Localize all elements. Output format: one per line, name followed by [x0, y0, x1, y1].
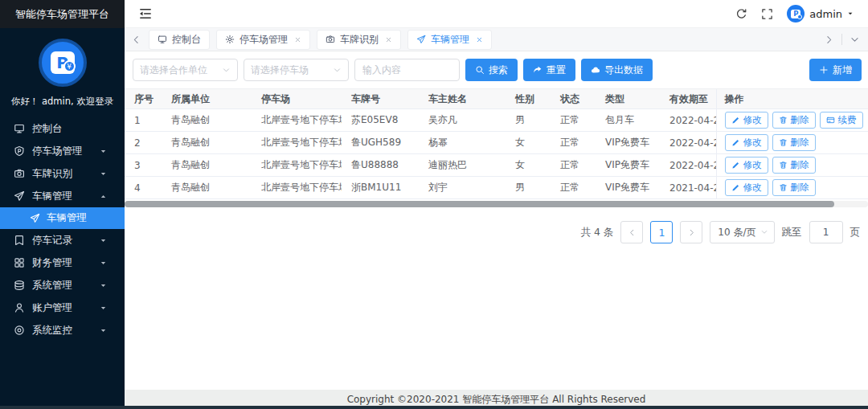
user-menu[interactable]: P admin: [787, 5, 854, 22]
cell-status: 正常: [551, 154, 596, 177]
sidebar-item-camera[interactable]: 车牌识别: [0, 162, 125, 185]
tab-gear[interactable]: 停车场管理: [216, 30, 310, 50]
close-icon[interactable]: [385, 36, 392, 43]
cell-actions: 修改删除: [716, 177, 868, 199]
delete-button[interactable]: 删除: [772, 112, 816, 129]
close-icon[interactable]: [294, 36, 301, 43]
search-input[interactable]: [354, 59, 460, 81]
prev-page-button[interactable]: [620, 221, 643, 243]
edit-button-label: 修改: [743, 137, 762, 149]
edit-pencil-icon: [731, 138, 740, 147]
caret-down-icon: [100, 148, 107, 155]
logo-yen-badge-icon: ¥: [63, 60, 76, 72]
refresh-icon[interactable]: [735, 8, 747, 20]
vehicles-table: 序号所属单位停车场车牌号车主姓名性别状态类型有效期至操作 1青岛融创北岸壹号地下…: [125, 88, 868, 199]
sidebar-item-label: 系统监控: [32, 324, 72, 337]
console-icon: [14, 123, 25, 134]
edit-button[interactable]: 修改: [725, 157, 768, 174]
scrollbar-thumb[interactable]: [125, 201, 834, 207]
tab-bar: 控制台停车场管理车牌识别车辆管理: [125, 28, 868, 51]
sidebar-item-monitor[interactable]: 系统监控: [0, 319, 125, 342]
cell-gender: 男: [506, 109, 551, 132]
cell-no: 1: [125, 109, 162, 132]
paper-plane-icon: [30, 213, 40, 223]
tab-console[interactable]: 控制台: [149, 30, 210, 50]
delete-button-label: 删除: [791, 182, 809, 194]
sidebar-item-record[interactable]: 停车记录: [0, 229, 125, 252]
add-button[interactable]: 新增: [809, 59, 862, 81]
sidebar-subitem-vehicle-management[interactable]: 车辆管理: [0, 207, 125, 229]
edit-button-label: 修改: [743, 114, 762, 126]
search-button-label: 搜索: [489, 63, 508, 77]
paper-plane-icon: [416, 35, 426, 44]
sidebar-item-console[interactable]: 控制台: [0, 117, 125, 140]
edit-button[interactable]: 修改: [725, 179, 768, 196]
parking-lot-select[interactable]: 请选择停车场: [244, 59, 349, 81]
cell-lot: 北岸壹号地下停车场: [252, 132, 342, 154]
edit-button[interactable]: 修改: [725, 134, 768, 151]
system-icon: [14, 280, 25, 291]
fullscreen-icon[interactable]: [761, 8, 773, 20]
edit-button-label: 修改: [743, 182, 762, 194]
tabs-scroll-left-icon[interactable]: [131, 35, 141, 45]
logo: P ¥: [0, 28, 125, 94]
cell-type: VIP免费车: [596, 177, 660, 199]
delete-button-label: 删除: [791, 159, 809, 171]
top-header: P admin: [125, 0, 868, 28]
delete-button[interactable]: 删除: [772, 179, 816, 196]
edit-button[interactable]: 修改: [725, 112, 768, 129]
cell-lot: 北岸壹号地下停车场: [252, 154, 342, 177]
sidebar-item-parking[interactable]: 停车场管理: [0, 140, 125, 162]
search-button[interactable]: 搜索: [465, 59, 518, 81]
tab-camera[interactable]: 车牌识别: [317, 30, 401, 50]
partner-unit-placeholder: 请选择合作单位: [140, 63, 207, 77]
delete-button[interactable]: 删除: [772, 134, 816, 151]
sidebar-item-user[interactable]: 账户管理: [0, 297, 125, 319]
caret-down-icon: [100, 282, 107, 289]
table-header-row: 序号所属单位停车场车牌号车主姓名性别状态类型有效期至操作: [125, 89, 868, 109]
caret-up-icon: [100, 193, 107, 200]
reset-button[interactable]: 重置: [523, 59, 575, 81]
delete-button[interactable]: 删除: [772, 157, 816, 174]
column-header: 类型: [596, 89, 660, 109]
tabs-scroll-right-icon[interactable]: [824, 35, 834, 45]
plus-icon: [819, 65, 829, 75]
sidebar-item-label: 账户管理: [32, 301, 72, 315]
copyright-text: Copyright ©2020-2021 智能停车场管理平台 All Right…: [347, 393, 646, 407]
column-header: 性别: [506, 89, 551, 109]
renew-button-label: 续费: [838, 114, 857, 126]
cell-gender: 女: [506, 154, 551, 177]
sidebar-item-paper-plane[interactable]: 车辆管理: [0, 185, 125, 207]
edit-pencil-icon: [731, 161, 740, 170]
user-icon: [14, 302, 25, 313]
export-data-button[interactable]: 导出数据: [581, 59, 653, 81]
close-icon[interactable]: [476, 36, 483, 43]
tab-label: 控制台: [172, 33, 201, 47]
sidebar-item-finance[interactable]: 财务管理: [0, 252, 125, 274]
caret-down-icon: [100, 260, 107, 267]
cell-gender: 男: [506, 177, 551, 199]
cell-no: 4: [125, 177, 162, 199]
renew-button[interactable]: 续费: [820, 112, 863, 129]
collapse-menu-icon[interactable]: [138, 6, 153, 21]
column-header: 状态: [551, 89, 596, 109]
paper-plane-icon: [14, 190, 25, 202]
page-number-button[interactable]: 1: [650, 221, 673, 243]
page-content: 请选择合作单位 请选择停车场 搜索 重置 导出数: [125, 51, 868, 409]
page-size-select[interactable]: 10 条/页: [710, 221, 774, 243]
sidebar-item-label: 停车场管理: [32, 145, 83, 158]
edit-pencil-icon: [731, 183, 740, 192]
tab-label: 车牌识别: [340, 33, 379, 47]
horizontal-scrollbar[interactable]: [125, 201, 868, 207]
sidebar-item-system[interactable]: 系统管理: [0, 274, 125, 297]
cell-lot: 北岸壹号地下停车场: [252, 177, 342, 199]
sidebar-item-label: 系统管理: [32, 279, 72, 292]
jump-page-input[interactable]: [809, 221, 843, 243]
column-header: 有效期至: [660, 89, 716, 109]
tabs-options-icon[interactable]: [850, 35, 860, 45]
partner-unit-select[interactable]: 请选择合作单位: [133, 59, 238, 81]
next-page-button[interactable]: [680, 221, 702, 243]
tab-paper-plane[interactable]: 车辆管理: [407, 30, 492, 50]
cell-plate: 鲁U88888: [342, 154, 419, 177]
cell-plate: 苏E05EV8: [342, 109, 419, 132]
